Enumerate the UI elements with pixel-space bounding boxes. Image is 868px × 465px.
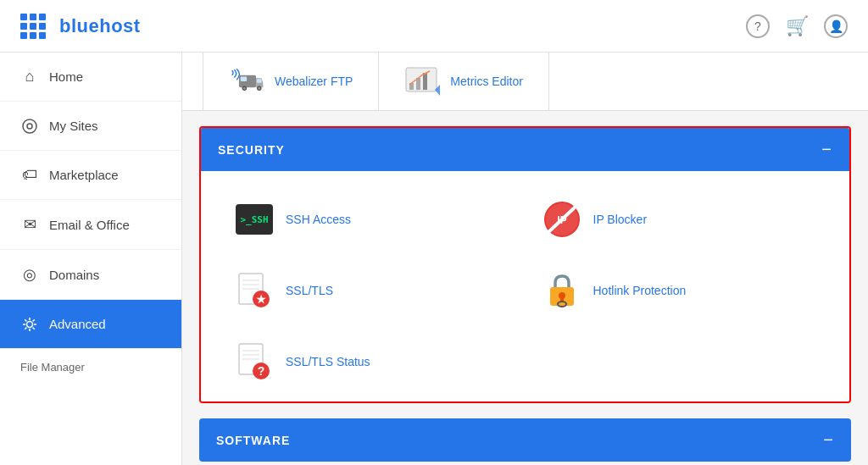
home-icon: ⌂ (20, 68, 39, 86)
svg-point-17 (258, 87, 260, 90)
user-icon[interactable]: 👤 (824, 14, 848, 38)
svg-line-7 (25, 319, 26, 321)
sidebar-label-domains: Domains (49, 268, 99, 282)
security-section-body: >_SSH SSH Access IP (201, 171, 849, 401)
svg-point-0 (23, 119, 36, 133)
logo-grid (20, 14, 46, 39)
tools-row: Webalizer FTP (182, 53, 868, 111)
main-content: Webalizer FTP (182, 53, 868, 465)
svg-point-1 (27, 124, 32, 129)
software-section: SOFTWARE − (199, 418, 851, 462)
svg-rect-13 (257, 79, 262, 83)
metrics-editor-icon (404, 66, 442, 97)
hotlink-protection-item[interactable]: Hotlink Protection (534, 259, 825, 322)
svg-rect-12 (241, 77, 247, 82)
sidebar-item-marketplace[interactable]: 🏷 Marketplace (0, 151, 181, 200)
help-icon[interactable]: ? (746, 14, 770, 38)
ssl-tls-icon: ★ (235, 271, 274, 310)
svg-point-2 (27, 322, 33, 328)
software-title: SOFTWARE (216, 434, 290, 447)
metrics-editor-tool[interactable]: Metrics Editor (379, 53, 549, 110)
ssl-tls-status-item[interactable]: ? SSL/TLS Status (226, 330, 517, 393)
ssh-access-icon: >_SSH (235, 200, 274, 239)
sidebar-label-home: Home (49, 69, 83, 84)
sidebar-label-email-office: Email & Office (49, 218, 130, 232)
software-section-header[interactable]: SOFTWARE − (199, 418, 851, 462)
metrics-editor-label: Metrics Editor (450, 75, 523, 88)
sidebar-item-home[interactable]: ⌂ Home (0, 53, 181, 102)
header: bluehost ? 🛒 👤 (0, 0, 868, 53)
svg-rect-21 (423, 73, 427, 90)
header-right: ? 🛒 👤 (746, 14, 848, 38)
ip-blocker-item[interactable]: IP IP Blocker (534, 188, 825, 251)
brand-name: bluehost (59, 15, 141, 37)
sidebar-item-email-office[interactable]: ✉ Email & Office (0, 200, 181, 250)
ssh-access-item[interactable]: >_SSH SSH Access (226, 188, 517, 251)
sidebar-item-my-sites[interactable]: My Sites (0, 102, 181, 151)
sidebar-item-domains[interactable]: ◎ Domains (0, 250, 181, 300)
marketplace-icon: 🏷 (20, 166, 39, 184)
security-section-header[interactable]: SECURITY − (201, 128, 849, 171)
svg-line-10 (25, 328, 26, 329)
svg-text:?: ? (258, 364, 265, 378)
svg-line-8 (33, 328, 35, 329)
sidebar-label-marketplace: Marketplace (49, 168, 119, 182)
advanced-icon (20, 315, 39, 333)
security-title: SECURITY (218, 143, 285, 157)
svg-line-9 (33, 319, 35, 321)
hotlink-protection-label: Hotlink Protection (593, 284, 687, 297)
sidebar-label-advanced: Advanced (49, 317, 106, 331)
hotlink-protection-icon (542, 271, 581, 310)
sidebar-label-my-sites: My Sites (49, 119, 98, 133)
ip-blocker-icon: IP (542, 200, 581, 239)
header-left: bluehost (20, 14, 141, 39)
webalizer-ftp-icon (229, 66, 266, 97)
ssl-tls-status-icon: ? (235, 342, 274, 381)
webalizer-ftp-label: Webalizer FTP (275, 75, 353, 88)
layout: ⌂ Home My Sites 🏷 Marketplace ✉ Email & … (0, 53, 868, 465)
sidebar-item-advanced[interactable]: Advanced (0, 300, 181, 349)
sidebar-subitem-file-manager[interactable]: File Manager (0, 349, 181, 385)
security-items-grid: >_SSH SSH Access IP (226, 188, 824, 393)
security-collapse-icon: − (821, 140, 832, 159)
software-collapse-icon: − (823, 430, 834, 450)
security-section: SECURITY − >_SSH SSH Access (199, 126, 851, 403)
ssl-tls-label: SSL/TLS (286, 284, 333, 297)
svg-point-15 (243, 87, 246, 90)
ssl-tls-status-label: SSL/TLS Status (286, 355, 370, 368)
my-sites-icon (20, 117, 39, 135)
cart-icon[interactable]: 🛒 (785, 14, 809, 38)
webalizer-ftp-tool[interactable]: Webalizer FTP (203, 53, 379, 110)
svg-text:★: ★ (256, 293, 266, 306)
ssh-access-label: SSH Access (286, 213, 351, 226)
file-manager-label: File Manager (20, 361, 85, 374)
domains-icon: ◎ (20, 265, 39, 284)
ip-blocker-label: IP Blocker (593, 213, 648, 226)
sidebar: ⌂ Home My Sites 🏷 Marketplace ✉ Email & … (0, 53, 182, 465)
ssl-tls-item[interactable]: ★ SSL/TLS (226, 259, 517, 322)
email-icon: ✉ (20, 215, 39, 234)
